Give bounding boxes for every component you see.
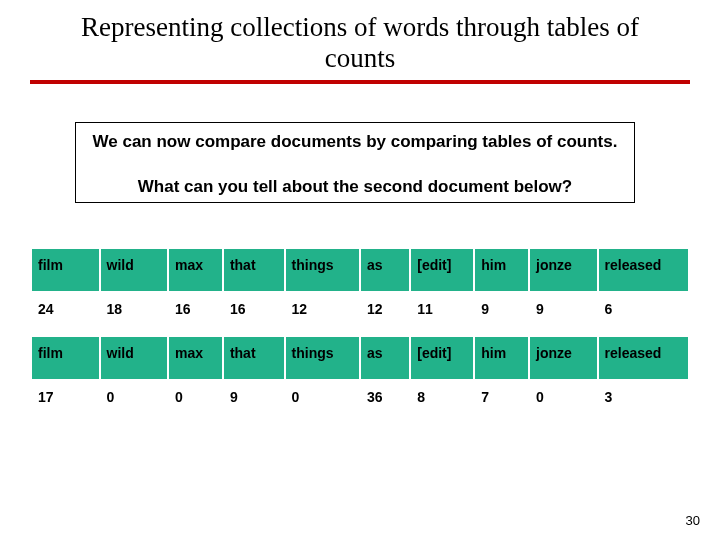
header-cell: wild <box>100 336 169 380</box>
value-cell: 7 <box>474 380 529 424</box>
value-cell: 24 <box>31 292 100 336</box>
header-cell: wild <box>100 248 169 292</box>
header-cell: [edit] <box>410 248 474 292</box>
value-cell: 36 <box>360 380 410 424</box>
value-cell: 16 <box>223 292 285 336</box>
header-cell: as <box>360 336 410 380</box>
header-cell: max <box>168 336 223 380</box>
value-cell: 0 <box>285 380 360 424</box>
value-cell: 16 <box>168 292 223 336</box>
value-cell: 3 <box>598 380 689 424</box>
callout-line-1: We can now compare documents by comparin… <box>84 131 626 152</box>
header-cell: that <box>223 248 285 292</box>
callout-box: We can now compare documents by comparin… <box>75 122 635 203</box>
value-cell: 12 <box>285 292 360 336</box>
header-cell: [edit] <box>410 336 474 380</box>
slide-title: Representing collections of words throug… <box>60 12 660 74</box>
value-cell: 11 <box>410 292 474 336</box>
value-cell: 8 <box>410 380 474 424</box>
header-cell: things <box>285 248 360 292</box>
header-cell: him <box>474 248 529 292</box>
header-cell: released <box>598 336 689 380</box>
value-cell: 0 <box>168 380 223 424</box>
header-cell: max <box>168 248 223 292</box>
header-cell: that <box>223 336 285 380</box>
counts-table: filmwildmaxthatthingsas[edit]himjonzerel… <box>30 247 690 425</box>
value-cell: 9 <box>474 292 529 336</box>
value-cell: 0 <box>100 380 169 424</box>
header-cell: jonze <box>529 336 598 380</box>
header-cell: jonze <box>529 248 598 292</box>
value-cell: 0 <box>529 380 598 424</box>
value-cell: 6 <box>598 292 689 336</box>
title-rule <box>30 80 690 84</box>
value-cell: 12 <box>360 292 410 336</box>
header-cell: released <box>598 248 689 292</box>
header-cell: things <box>285 336 360 380</box>
page-number: 30 <box>686 513 700 528</box>
callout-line-2: What can you tell about the second docum… <box>84 176 626 197</box>
header-cell: film <box>31 336 100 380</box>
header-cell: as <box>360 248 410 292</box>
value-cell: 18 <box>100 292 169 336</box>
value-cell: 9 <box>529 292 598 336</box>
header-cell: him <box>474 336 529 380</box>
value-cell: 17 <box>31 380 100 424</box>
value-cell: 9 <box>223 380 285 424</box>
header-cell: film <box>31 248 100 292</box>
